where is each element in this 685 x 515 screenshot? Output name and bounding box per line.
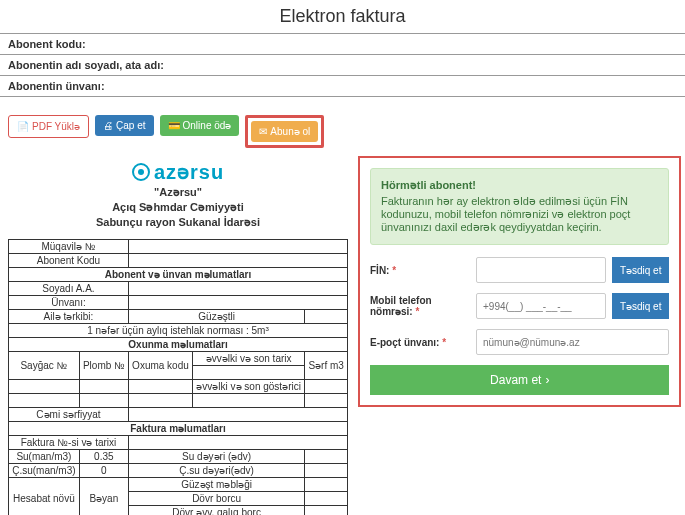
info-address: Abonentin ünvanı:	[0, 76, 685, 97]
info-name: Abonentin adı soyadı, ata adı:	[0, 55, 685, 76]
invoice-document: azərsu "Azərsu" Açıq Səhmdar Cəmiyyəti S…	[8, 156, 348, 515]
online-pay-button[interactable]: 💳Online ödə	[160, 115, 240, 136]
print-icon: 🖨	[103, 120, 113, 131]
notice-text: Fakturanın hər ay elektron əldə edilməsi…	[381, 195, 630, 233]
email-input[interactable]	[476, 329, 669, 355]
doc-line1: Açıq Səhmdar Cəmiyyəti	[8, 201, 348, 214]
chevron-right-icon: ›	[545, 373, 549, 387]
notice-title: Hörmətli abonent!	[381, 179, 658, 192]
notice-box: Hörmətli abonent! Fakturanın hər ay elek…	[370, 168, 669, 245]
pdf-download-button[interactable]: 📄PDF Yüklə	[8, 115, 89, 138]
info-code: Abonent kodu:	[0, 34, 685, 55]
email-label: E-poçt ünvanı: *	[370, 337, 470, 348]
drop-icon	[132, 163, 150, 181]
doc-line2: Sabunçu rayon Sukanal İdarəsi	[8, 216, 348, 229]
continue-button[interactable]: Davam et›	[370, 365, 669, 395]
doc-quoted: "Azərsu"	[8, 186, 348, 199]
fin-input[interactable]	[476, 257, 606, 283]
mail-icon: ✉	[259, 126, 267, 137]
azersu-logo: azərsu	[8, 160, 348, 184]
fin-confirm-button[interactable]: Təsdiq et	[612, 257, 670, 283]
fin-label: FİN: *	[370, 265, 470, 276]
subscribe-highlight: ✉Abunə ol	[245, 115, 324, 148]
subscribe-panel: Hörmətli abonent! Fakturanın hər ay elek…	[358, 156, 681, 407]
print-button[interactable]: 🖨Çap et	[95, 115, 153, 136]
pdf-icon: 📄	[17, 121, 29, 132]
mobile-label: Mobil telefon nömrəsi: *	[370, 295, 470, 317]
card-icon: 💳	[168, 120, 180, 131]
invoice-table: Müqavilə № Abonent Kodu Abonent və ünvan…	[8, 239, 348, 515]
subscribe-button[interactable]: ✉Abunə ol	[251, 121, 318, 142]
toolbar: 📄PDF Yüklə 🖨Çap et 💳Online ödə ✉Abunə ol	[0, 97, 685, 156]
mobile-confirm-button[interactable]: Təsdiq et	[612, 293, 670, 319]
page-title: Elektron faktura	[0, 0, 685, 34]
mobile-input[interactable]	[476, 293, 606, 319]
